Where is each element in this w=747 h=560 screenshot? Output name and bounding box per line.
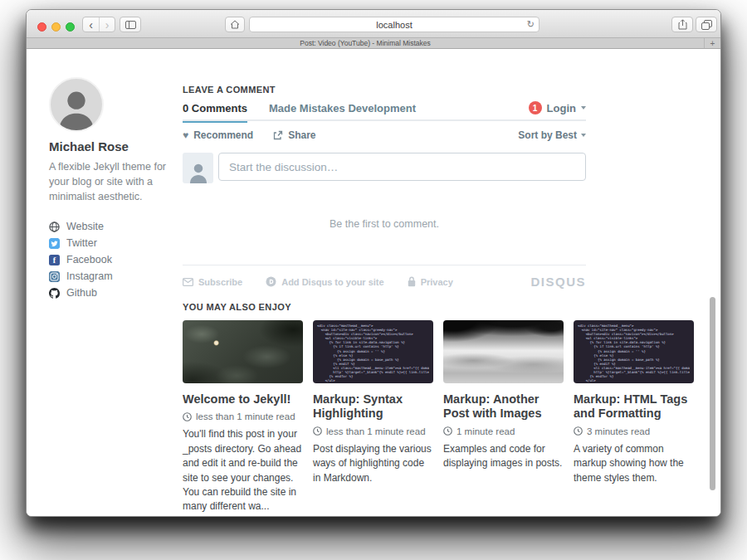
- code-snippet: <div class="masthead__menu"> <nav id="si…: [317, 324, 429, 383]
- empty-thread-message: Be the first to comment.: [183, 218, 586, 230]
- read-time: less than 1 minute read: [196, 411, 295, 421]
- related-heading: YOU MAY ALSO ENJOY: [183, 302, 694, 312]
- clock-icon: [443, 426, 452, 436]
- clock-icon: [183, 412, 192, 421]
- related-card[interactable]: <div class="masthead__menu"> <nav id="si…: [574, 320, 694, 514]
- browser-toolbar: ‹ › ↻: [27, 10, 720, 38]
- sidebar-toggle-button[interactable]: [120, 17, 141, 32]
- zoom-window-button[interactable]: [66, 22, 75, 32]
- foggy-trees-thumbnail: [443, 320, 564, 383]
- comment-input[interactable]: [218, 153, 586, 181]
- chevron-down-icon: [581, 106, 586, 110]
- author-sidebar: Michael Rose A flexible Jekyll theme for…: [49, 77, 175, 301]
- related-card[interactable]: Markup: Another Post with Images 1 minut…: [443, 320, 564, 514]
- person-icon: [186, 158, 211, 183]
- recommend-button[interactable]: ♥ Recommend: [183, 129, 253, 141]
- related-card[interactable]: Welcome to Jekyll! less than 1 minute re…: [183, 320, 303, 514]
- lock-icon: [408, 276, 416, 287]
- disqus-footer-divider: [183, 265, 586, 265]
- chevron-down-icon: [581, 134, 586, 137]
- window-controls: [37, 22, 75, 32]
- subscribe-link[interactable]: Subscribe: [183, 277, 242, 287]
- sort-menu[interactable]: Sort by Best: [518, 129, 586, 141]
- new-tab-button[interactable]: +: [704, 38, 720, 48]
- address-input[interactable]: [250, 20, 539, 30]
- active-tab[interactable]: Post: Video (YouTube) - Minimal Mistakes: [27, 39, 704, 47]
- tab-overview-icon: [701, 20, 712, 30]
- author-link-twitter[interactable]: Twitter: [49, 235, 175, 251]
- address-bar[interactable]: ↻: [249, 17, 540, 32]
- author-link-label: Github: [66, 287, 97, 299]
- moss-pearl-thumbnail: [183, 320, 303, 383]
- card-title[interactable]: Markup: HTML Tags and Formatting: [574, 392, 694, 421]
- heart-icon: ♥: [183, 130, 188, 140]
- share-thread-button[interactable]: Share: [273, 129, 315, 141]
- related-cards: Welcome to Jekyll! less than 1 minute re…: [183, 320, 694, 514]
- tab-overview-button[interactable]: [696, 17, 717, 32]
- read-time: 3 minutes read: [587, 426, 650, 436]
- author-link-label: Twitter: [66, 237, 97, 249]
- author-avatar: [49, 77, 104, 132]
- github-icon: [49, 288, 60, 299]
- forward-button[interactable]: ›: [99, 17, 115, 32]
- card-excerpt: Examples and code for displaying images …: [443, 442, 564, 471]
- card-excerpt: A variety of common markup showing how t…: [574, 442, 694, 485]
- card-excerpt: Post displaying the various ways of high…: [313, 442, 433, 485]
- close-window-button[interactable]: [37, 22, 46, 32]
- privacy-label: Privacy: [421, 277, 453, 287]
- facebook-icon: f: [49, 255, 60, 265]
- card-excerpt: You'll find this post in your _posts dir…: [183, 427, 303, 514]
- envelope-icon: [183, 278, 193, 286]
- tab-bar: Post: Video (YouTube) - Minimal Mistakes…: [27, 38, 720, 49]
- add-disqus-label: Add Disqus to your site: [281, 277, 383, 287]
- back-button[interactable]: ‹: [83, 17, 99, 32]
- read-time: less than 1 minute read: [326, 426, 426, 436]
- home-button[interactable]: [225, 17, 245, 32]
- author-link-github[interactable]: Github: [49, 285, 175, 301]
- home-icon: [230, 20, 240, 29]
- author-links: Website Twitter f Facebook: [49, 218, 175, 301]
- disqus-d-icon: [266, 276, 276, 287]
- history-nav: ‹ ›: [82, 17, 115, 32]
- author-bio: A flexible Jekyll theme for your blog or…: [49, 159, 175, 204]
- card-title[interactable]: Markup: Another Post with Images: [443, 392, 564, 421]
- globe-icon: [49, 222, 60, 232]
- login-menu[interactable]: 1 Login: [529, 101, 586, 121]
- twitter-icon: [49, 238, 60, 249]
- person-icon: [52, 82, 100, 130]
- code-screenshot-thumbnail: <div class="masthead__menu"> <nav id="si…: [313, 320, 433, 383]
- share-label: Share: [288, 129, 315, 141]
- recommend-label: Recommend: [193, 129, 253, 141]
- tab-comment-count[interactable]: 0 Comments: [183, 102, 247, 121]
- author-link-website[interactable]: Website: [49, 218, 175, 235]
- comment-compose: [183, 153, 586, 183]
- page-scrollbar[interactable]: [710, 297, 715, 490]
- code-snippet: <div class="masthead__menu"> <nav id="si…: [578, 324, 690, 383]
- author-link-label: Instagram: [66, 270, 113, 282]
- subscribe-label: Subscribe: [198, 277, 242, 287]
- author-link-instagram[interactable]: Instagram: [49, 268, 175, 285]
- minimize-window-button[interactable]: [51, 22, 61, 32]
- author-link-facebook[interactable]: f Facebook: [49, 251, 175, 268]
- disqus-tabs: 0 Comments Made Mistakes Development 1 L…: [183, 103, 586, 121]
- related-card[interactable]: <div class="masthead__menu"> <nav id="si…: [313, 320, 433, 514]
- add-disqus-link[interactable]: Add Disqus to your site: [266, 276, 383, 287]
- card-title[interactable]: Markup: Syntax Highlighting: [313, 392, 433, 421]
- disqus-logo[interactable]: DISQUS: [530, 275, 586, 289]
- page-content: Michael Rose A flexible Jekyll theme for…: [27, 49, 720, 516]
- related-posts-section: YOU MAY ALSO ENJOY Welcome to Jekyll! le…: [183, 302, 694, 514]
- author-link-label: Website: [66, 221, 104, 232]
- login-label: Login: [547, 102, 576, 114]
- disqus-actions: ♥ Recommend Share Sort by Best: [183, 129, 586, 142]
- privacy-link[interactable]: Privacy: [408, 276, 453, 287]
- tab-community[interactable]: Made Mistakes Development: [269, 102, 416, 121]
- author-link-label: Facebook: [66, 254, 112, 265]
- read-time: 1 minute read: [456, 426, 515, 436]
- share-page-button[interactable]: [671, 17, 693, 32]
- card-title[interactable]: Welcome to Jekyll!: [183, 392, 303, 407]
- browser-window: ‹ › ↻: [26, 9, 721, 517]
- disqus-footer: Subscribe Add Disqus to your site Privac…: [183, 275, 586, 289]
- refresh-icon[interactable]: ↻: [527, 19, 535, 30]
- login-notification-badge: 1: [529, 101, 542, 114]
- commenter-avatar: [183, 153, 213, 183]
